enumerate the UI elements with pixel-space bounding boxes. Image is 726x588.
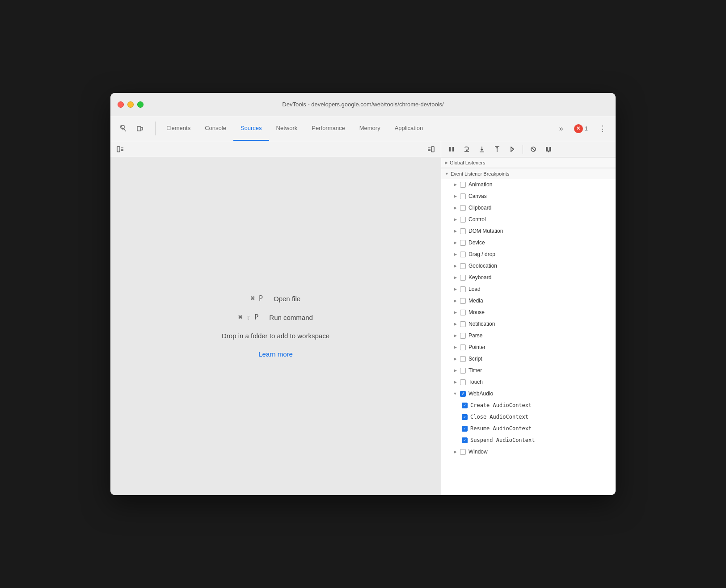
bp-canvas-checkbox[interactable] <box>460 193 466 199</box>
bp-notification-expand[interactable]: ▶ <box>452 321 458 327</box>
bp-parse-checkbox[interactable] <box>460 333 466 339</box>
bp-canvas[interactable]: ▶ Canvas <box>441 190 616 202</box>
bp-media-expand[interactable]: ▶ <box>452 298 458 304</box>
bp-timer-checkbox[interactable] <box>460 368 466 374</box>
bp-window-expand[interactable]: ▶ <box>452 449 458 455</box>
bp-clipboard[interactable]: ▶ Clipboard <box>441 202 616 214</box>
bp-close-audiocontext[interactable]: Close AudioContext <box>441 411 616 423</box>
bp-drag-drop[interactable]: ▶ Drag / drop <box>441 248 616 260</box>
bp-keyboard[interactable]: ▶ Keyboard <box>441 272 616 283</box>
bp-canvas-expand[interactable]: ▶ <box>452 193 458 199</box>
bp-clipboard-expand[interactable]: ▶ <box>452 205 458 211</box>
bp-mouse[interactable]: ▶ Mouse <box>441 307 616 318</box>
bp-window-checkbox[interactable] <box>460 449 466 455</box>
tab-application[interactable]: Application <box>388 116 431 141</box>
settings-button[interactable]: ⋮ <box>593 116 612 141</box>
svg-line-23 <box>532 147 535 151</box>
bp-geolocation-checkbox[interactable] <box>460 263 466 269</box>
global-listeners-section[interactable]: ▶ Global Listeners <box>441 157 616 168</box>
bp-create-audiocontext-checkbox[interactable] <box>462 403 468 408</box>
bp-device-expand[interactable]: ▶ <box>452 239 458 246</box>
tab-console[interactable]: Console <box>198 116 233 141</box>
bp-control-checkbox[interactable] <box>460 217 466 223</box>
bp-drag-drop-expand[interactable]: ▶ <box>452 251 458 257</box>
bp-window[interactable]: ▶ Window <box>441 446 616 458</box>
bp-control-expand[interactable]: ▶ <box>452 216 458 223</box>
event-listener-arrow: ▼ <box>445 172 449 176</box>
bp-notification[interactable]: ▶ Notification <box>441 318 616 330</box>
tab-network[interactable]: Network <box>269 116 305 141</box>
bp-notification-checkbox[interactable] <box>460 321 466 327</box>
bp-media-checkbox[interactable] <box>460 298 466 304</box>
bp-pointer[interactable]: ▶ Pointer <box>441 341 616 353</box>
tab-memory[interactable]: Memory <box>352 116 388 141</box>
bp-script-checkbox[interactable] <box>460 356 466 362</box>
bp-device[interactable]: ▶ Device <box>441 237 616 248</box>
deactivate-breakpoints-button[interactable] <box>527 143 540 156</box>
bp-touch-expand[interactable]: ▶ <box>452 379 458 385</box>
bp-load-expand[interactable]: ▶ <box>452 286 458 292</box>
bp-dom-mutation-expand[interactable]: ▶ <box>452 228 458 234</box>
bp-control[interactable]: ▶ Control <box>441 214 616 225</box>
bp-resume-audiocontext-checkbox[interactable] <box>462 426 468 432</box>
more-tabs-button[interactable]: » <box>554 116 569 141</box>
pause-button[interactable] <box>445 143 458 156</box>
bp-webaudio[interactable]: ▼ WebAudio <box>441 388 616 399</box>
step-over-button[interactable] <box>460 143 473 156</box>
error-badge-container[interactable]: ✕ 1 <box>569 116 593 141</box>
pause-on-exception-button[interactable] <box>542 143 555 156</box>
bp-drag-drop-checkbox[interactable] <box>460 252 466 257</box>
bp-animation[interactable]: ▶ Animation <box>441 179 616 190</box>
bp-parse-expand[interactable]: ▶ <box>452 332 458 339</box>
bp-animation-checkbox[interactable] <box>460 182 466 188</box>
bp-mouse-checkbox[interactable] <box>460 310 466 315</box>
bp-geolocation[interactable]: ▶ Geolocation <box>441 260 616 272</box>
bp-media[interactable]: ▶ Media <box>441 295 616 307</box>
bp-pointer-expand[interactable]: ▶ <box>452 344 458 350</box>
event-listener-breakpoints-section[interactable]: ▼ Event Listener Breakpoints <box>441 168 616 179</box>
close-button[interactable] <box>118 101 124 108</box>
bp-device-checkbox[interactable] <box>460 240 466 246</box>
tab-elements[interactable]: Elements <box>159 116 198 141</box>
window-title: DevTools - developers.google.com/web/too… <box>282 101 443 108</box>
learn-more-link[interactable]: Learn more <box>258 350 293 358</box>
bp-suspend-audiocontext[interactable]: Suspend AudioContext <box>441 434 616 446</box>
step-into-button[interactable] <box>475 143 489 156</box>
bp-pointer-checkbox[interactable] <box>460 344 466 350</box>
bp-touch-checkbox[interactable] <box>460 379 466 385</box>
bp-suspend-audiocontext-checkbox[interactable] <box>462 437 468 443</box>
bp-geolocation-expand[interactable]: ▶ <box>452 263 458 269</box>
tab-sources[interactable]: Sources <box>233 116 269 141</box>
maximize-button[interactable] <box>137 101 144 108</box>
bp-timer[interactable]: ▶ Timer <box>441 365 616 376</box>
inspect-element-button[interactable] <box>118 122 130 135</box>
bp-close-audiocontext-checkbox[interactable] <box>462 414 468 420</box>
bp-mouse-expand[interactable]: ▶ <box>452 309 458 315</box>
bp-script-expand[interactable]: ▶ <box>452 356 458 362</box>
bp-keyboard-expand[interactable]: ▶ <box>452 274 458 281</box>
bp-script[interactable]: ▶ Script <box>441 353 616 365</box>
bp-resume-audiocontext[interactable]: Resume AudioContext <box>441 423 616 434</box>
step-button[interactable] <box>506 143 519 156</box>
device-toggle-button[interactable] <box>134 122 146 135</box>
bp-dom-mutation[interactable]: ▶ DOM Mutation <box>441 225 616 237</box>
bp-keyboard-checkbox[interactable] <box>460 275 466 281</box>
bp-create-audiocontext[interactable]: Create AudioContext <box>441 399 616 411</box>
bp-clipboard-checkbox[interactable] <box>460 205 466 211</box>
tab-performance[interactable]: Performance <box>304 116 352 141</box>
minimize-button[interactable] <box>127 101 134 108</box>
bp-animation-expand[interactable]: ▶ <box>452 181 458 188</box>
bp-webaudio-checkbox[interactable] <box>460 391 466 397</box>
step-out-button[interactable] <box>490 143 504 156</box>
bp-load-checkbox[interactable] <box>460 286 466 292</box>
bp-load[interactable]: ▶ Load <box>441 283 616 295</box>
error-icon: ✕ <box>574 124 583 133</box>
bp-timer-expand[interactable]: ▶ <box>452 367 458 374</box>
bp-webaudio-expand[interactable]: ▼ <box>452 391 458 397</box>
show-debugger-button[interactable] <box>425 143 437 155</box>
show-navigator-button[interactable] <box>114 143 127 155</box>
bp-dom-mutation-checkbox[interactable] <box>460 228 466 234</box>
bp-parse[interactable]: ▶ Parse <box>441 330 616 341</box>
bp-touch[interactable]: ▶ Touch <box>441 376 616 388</box>
tab-bar: Elements Console Sources Network Perform… <box>110 116 616 141</box>
